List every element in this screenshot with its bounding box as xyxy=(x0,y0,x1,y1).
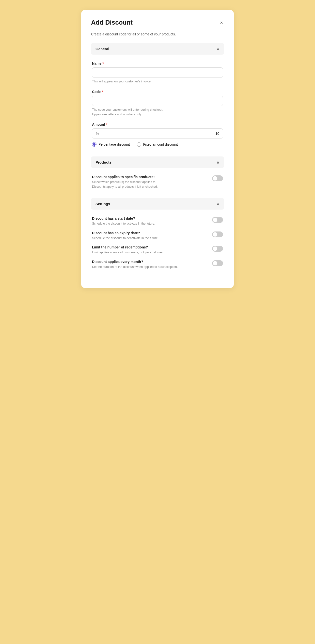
every-month-slider xyxy=(212,260,223,266)
modal-subtitle: Create a discount code for all or some o… xyxy=(91,32,224,36)
expiry-date-slider xyxy=(212,232,223,238)
amount-prefix: % xyxy=(92,129,102,138)
settings-section-label: Settings xyxy=(96,202,110,206)
amount-label: Amount * xyxy=(92,122,223,126)
limit-redemptions-slider xyxy=(212,246,223,252)
products-section-label: Products xyxy=(96,160,112,164)
settings-section-content: Discount has a start date? Schedule the … xyxy=(91,216,224,276)
name-label: Name * xyxy=(92,62,223,66)
expiry-date-desc: Schedule the discount to deactivate in t… xyxy=(92,236,207,240)
start-date-title: Discount has a start date? xyxy=(92,216,207,220)
specific-products-desc: Select which product(s) the discount app… xyxy=(92,180,207,189)
expiry-date-text: Discount has an expiry date? Schedule th… xyxy=(92,231,212,240)
amount-required-star: * xyxy=(106,122,107,126)
specific-products-title: Discount applies to specific products? xyxy=(92,175,207,179)
start-date-toggle-row: Discount has a start date? Schedule the … xyxy=(92,216,223,226)
specific-products-slider xyxy=(212,176,223,181)
code-field-group: Code * The code your customers will ente… xyxy=(92,90,223,117)
expiry-date-toggle[interactable] xyxy=(212,232,223,238)
every-month-desc: Set the duration of the discount when ap… xyxy=(92,265,207,269)
every-month-text: Discount applies every month? Set the du… xyxy=(92,260,212,269)
general-chevron-icon: ∧ xyxy=(217,46,219,51)
products-chevron-icon: ∧ xyxy=(217,160,219,164)
start-date-desc: Schedule the discount to activate in the… xyxy=(92,222,207,226)
fixed-discount-label: Fixed amount discount xyxy=(143,142,178,146)
fixed-discount-option[interactable]: Fixed amount discount xyxy=(137,142,178,146)
code-hint: The code your customers will enter durin… xyxy=(92,108,223,117)
modal-title: Add Discount xyxy=(91,19,133,26)
close-button[interactable]: × xyxy=(219,19,224,26)
general-section-header[interactable]: General ∧ xyxy=(91,43,224,54)
amount-input[interactable] xyxy=(102,129,223,138)
products-section-content: Discount applies to specific products? S… xyxy=(91,174,224,196)
modal-header: Add Discount × xyxy=(91,19,224,26)
limit-redemptions-desc: Limit applies across all customers, not … xyxy=(92,250,207,255)
limit-redemptions-title: Limit the number of redemptions? xyxy=(92,245,207,249)
every-month-toggle[interactable] xyxy=(212,260,223,266)
amount-field-group: Amount * % Percentage discount Fixed amo… xyxy=(92,122,223,146)
expiry-date-title: Discount has an expiry date? xyxy=(92,231,207,235)
fixed-discount-radio[interactable] xyxy=(137,142,141,146)
percentage-discount-radio[interactable] xyxy=(92,142,97,146)
add-discount-modal: Add Discount × Create a discount code fo… xyxy=(81,10,234,288)
specific-products-toggle[interactable] xyxy=(212,176,223,181)
specific-products-text: Discount applies to specific products? S… xyxy=(92,175,212,189)
general-section-content: Name * This will appear on your customer… xyxy=(91,60,224,154)
products-section-header[interactable]: Products ∧ xyxy=(91,156,224,168)
limit-redemptions-toggle-row: Limit the number of redemptions? Limit a… xyxy=(92,245,223,255)
name-hint: This will appear on your customer's invo… xyxy=(92,79,223,84)
name-input[interactable] xyxy=(92,68,223,78)
code-input[interactable] xyxy=(92,96,223,106)
start-date-slider xyxy=(212,217,223,223)
every-month-toggle-row: Discount applies every month? Set the du… xyxy=(92,260,223,269)
limit-redemptions-toggle[interactable] xyxy=(212,246,223,252)
percentage-discount-label: Percentage discount xyxy=(98,142,130,146)
general-section-label: General xyxy=(96,47,109,51)
start-date-toggle[interactable] xyxy=(212,217,223,223)
expiry-date-toggle-row: Discount has an expiry date? Schedule th… xyxy=(92,231,223,240)
settings-section-header[interactable]: Settings ∧ xyxy=(91,198,224,210)
every-month-title: Discount applies every month? xyxy=(92,260,207,264)
discount-type-radio-group: Percentage discount Fixed amount discoun… xyxy=(92,142,223,146)
settings-chevron-icon: ∧ xyxy=(217,202,219,206)
percentage-discount-option[interactable]: Percentage discount xyxy=(92,142,130,146)
start-date-text: Discount has a start date? Schedule the … xyxy=(92,216,212,226)
specific-products-toggle-row: Discount applies to specific products? S… xyxy=(92,175,223,189)
code-required-star: * xyxy=(102,90,103,94)
amount-input-wrapper: % xyxy=(92,128,223,139)
name-field-group: Name * This will appear on your customer… xyxy=(92,62,223,84)
name-required-star: * xyxy=(102,62,104,66)
limit-redemptions-text: Limit the number of redemptions? Limit a… xyxy=(92,245,212,255)
code-label: Code * xyxy=(92,90,223,94)
